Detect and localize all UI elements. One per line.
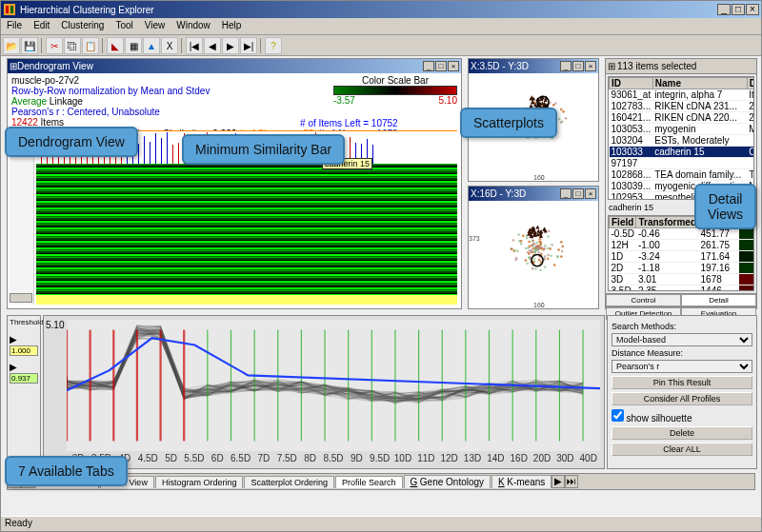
svg-point-23: [558, 118, 561, 121]
tab-histogram[interactable]: Histogram Ordering: [155, 476, 244, 488]
close-button[interactable]: ×: [746, 4, 759, 15]
svg-point-152: [561, 250, 564, 253]
nav-next-icon[interactable]: ▶: [222, 37, 239, 54]
consider-button[interactable]: Consider All Profiles: [612, 392, 752, 405]
svg-point-237: [514, 259, 517, 262]
tool-b-icon[interactable]: ▦: [125, 37, 142, 54]
svg-point-261: [539, 268, 542, 271]
table-row[interactable]: 103204ESTs, Moderately: [610, 135, 755, 147]
svg-point-220: [531, 248, 533, 251]
help-icon[interactable]: ?: [265, 37, 282, 54]
menu-tool[interactable]: Tool: [115, 20, 132, 32]
tab-detail[interactable]: Detail: [681, 294, 756, 306]
callout-tabs: 7 Available Tabs: [5, 456, 128, 486]
tool-a-icon[interactable]: ◣: [107, 37, 124, 54]
svg-point-215: [553, 264, 556, 266]
cut-icon[interactable]: ✂: [46, 37, 63, 54]
svg-point-207: [543, 247, 546, 250]
table-row[interactable]: -0.5D-0.46451.77: [610, 228, 755, 240]
selection-icon: ⊞: [608, 61, 615, 71]
threshold-2[interactable]: 0.937: [10, 373, 38, 384]
slider-knob-bottom[interactable]: [10, 293, 32, 303]
tool-d-icon[interactable]: X: [161, 37, 178, 54]
minimize-button[interactable]: _: [717, 4, 731, 15]
menu-window[interactable]: Window: [176, 20, 211, 32]
scatterplot-2: X:16D - Y:3D_□× 160 373: [468, 186, 599, 309]
svg-point-212: [527, 251, 530, 254]
svg-point-260: [533, 250, 536, 253]
svg-point-219: [527, 246, 530, 249]
open-icon[interactable]: 📂: [3, 37, 20, 54]
search-method-select[interactable]: Model-based: [612, 333, 752, 346]
table-row[interactable]: 102783...RIKEN cDNA 231...2310009E1...: [610, 101, 755, 112]
save-icon[interactable]: 💾: [21, 37, 38, 54]
clear-button[interactable]: Clear ALL: [612, 443, 752, 456]
svg-marker-292: [535, 226, 539, 229]
delete-button[interactable]: Delete: [612, 426, 752, 440]
svg-point-184: [547, 254, 550, 257]
distance-measure-select[interactable]: Pearson's r: [612, 360, 752, 373]
table-row[interactable]: 103053...myogeninMyog;DNA: [610, 124, 755, 135]
menu-file[interactable]: File: [7, 20, 22, 32]
table-row[interactable]: 97197: [610, 158, 755, 169]
svg-point-251: [551, 244, 553, 246]
tab-gene-ontology[interactable]: G Gene Ontology: [404, 475, 491, 488]
scatter2-canvas[interactable]: [480, 201, 594, 297]
menu-view[interactable]: View: [145, 20, 166, 32]
heatmap-canvas[interactable]: [36, 164, 457, 305]
svg-point-209: [544, 266, 547, 268]
svg-point-51: [554, 102, 557, 105]
svg-point-235: [526, 262, 529, 265]
paste-icon[interactable]: 📋: [82, 37, 99, 54]
tab-nav-next-icon[interactable]: ▶: [551, 475, 565, 488]
menu-help[interactable]: Help: [222, 20, 242, 32]
svg-point-265: [536, 247, 539, 250]
table-row[interactable]: 160421...RIKEN cDNA 220...2200008D1...: [610, 112, 755, 124]
svg-point-264: [536, 242, 539, 245]
menu-edit[interactable]: Edit: [33, 20, 50, 32]
svg-rect-1: [6, 6, 9, 13]
dendrogram-pane: ⊞ Dendrogram View _□× muscle-po-27v2 Row…: [7, 58, 462, 309]
callout-dendrogram: Dendrogram View: [5, 127, 138, 157]
menubar: File Edit Clustering Tool View Window He…: [1, 18, 761, 35]
pane-minimize-icon[interactable]: _: [423, 61, 434, 71]
table-row[interactable]: 12H-1.00261.75: [610, 240, 755, 251]
threshold-1[interactable]: 1.000: [10, 345, 38, 356]
svg-point-178: [539, 238, 542, 241]
tab-kmeans[interactable]: K K-means: [491, 475, 551, 488]
svg-point-171: [561, 246, 564, 248]
table-row[interactable]: 102868...TEA domain family...Tead4;...: [610, 169, 755, 181]
svg-point-177: [534, 267, 537, 270]
table-row[interactable]: 93061_atintegrin, alpha 7Itga7;alpha: [610, 89, 755, 101]
svg-point-214: [548, 230, 551, 233]
tab-nav-last-icon[interactable]: ⏭: [565, 475, 578, 488]
table-row[interactable]: 1D-3.24171.64: [610, 251, 755, 263]
tab-scatterplot[interactable]: Scatterplot Ordering: [244, 476, 334, 488]
svg-point-247: [530, 250, 532, 253]
table-row[interactable]: 103033cadherin 15Cdh15;cad: [610, 147, 755, 158]
silhouette-checkbox[interactable]: [612, 409, 624, 422]
svg-point-250: [539, 243, 542, 246]
table-row[interactable]: 3D3.011678: [610, 274, 755, 286]
nav-last-icon[interactable]: ▶|: [240, 37, 257, 54]
toolbar: 📂 💾 ✂ ⿻ 📋 ◣ ▦ ▲ X |◀ ◀ ▶ ▶| ?: [1, 35, 761, 56]
nav-prev-icon[interactable]: ◀: [204, 37, 221, 54]
pin-button[interactable]: Pin This Result: [612, 376, 752, 389]
tool-c-icon[interactable]: ▲: [143, 37, 160, 54]
copy-icon[interactable]: ⿻: [64, 37, 81, 54]
menu-clustering[interactable]: Clustering: [61, 20, 104, 32]
table-row[interactable]: 3.5D2.351446: [610, 286, 755, 292]
dendro-pane-title: Dendrogram View: [17, 61, 93, 71]
pane-close-icon[interactable]: ×: [448, 61, 459, 71]
profile-canvas[interactable]: [67, 320, 600, 451]
nav-first-icon[interactable]: |◀: [186, 37, 203, 54]
pane-maximize-icon[interactable]: □: [435, 61, 447, 71]
tab-control[interactable]: Control: [606, 294, 681, 306]
svg-marker-289: [536, 229, 540, 233]
maximize-button[interactable]: □: [732, 4, 745, 15]
svg-point-244: [537, 251, 540, 254]
tab-profile-search[interactable]: Profile Search: [335, 476, 403, 488]
items-table[interactable]: ID Name Description 93061_atintegrin, al…: [608, 76, 754, 200]
svg-rect-2: [10, 6, 13, 13]
table-row[interactable]: 2D-1.18197.16: [610, 263, 755, 274]
